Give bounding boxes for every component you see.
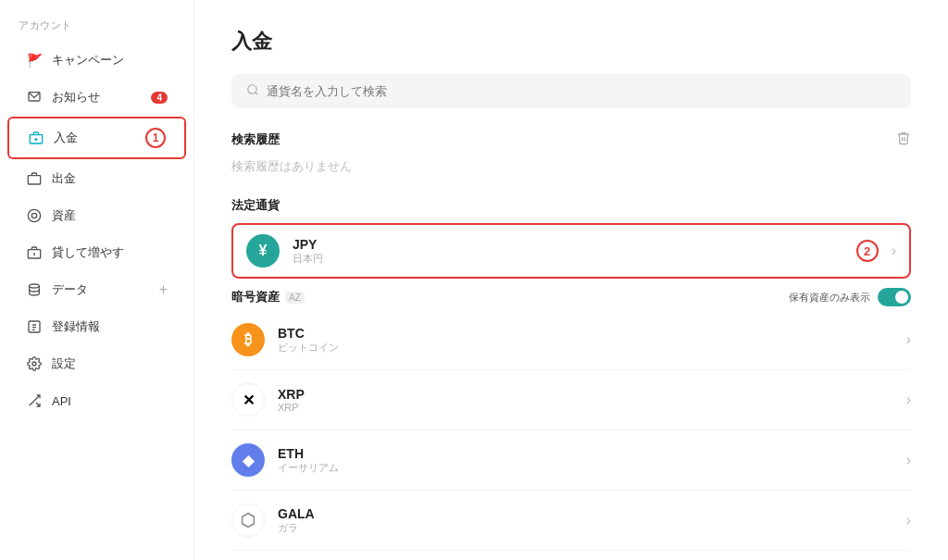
eth-info: ETH イーサリアム	[278, 446, 893, 475]
sidebar-item-label: データ	[52, 281, 150, 298]
jpy-icon: ¥	[246, 234, 280, 268]
sidebar-item-withdrawal[interactable]: 出金	[7, 161, 186, 196]
search-bar[interactable]	[231, 74, 911, 108]
xrp-name: XRP	[278, 402, 893, 413]
az-badge: AZ	[285, 292, 305, 304]
data-icon	[26, 281, 43, 298]
sidebar-item-label: 設定	[52, 355, 168, 372]
page-title: 入金	[231, 28, 911, 56]
sidebar: アカウント 🚩 キャンペーン お知らせ 4 入金 1 出金 資産	[0, 0, 194, 560]
gala-info: GALA ガラ	[278, 506, 893, 535]
sidebar-item-lending[interactable]: 貸して増やす	[7, 235, 186, 270]
chevron-right-icon: ›	[906, 452, 911, 468]
sidebar-item-label: 登録情報	[52, 318, 168, 335]
jpy-name: 日本円	[293, 252, 836, 266]
search-input[interactable]	[267, 84, 896, 98]
eth-name: イーサリアム	[278, 461, 893, 475]
api-icon	[26, 392, 43, 409]
crypto-currency-btc[interactable]: ₿ BTC ビットコイン ›	[231, 310, 911, 370]
sidebar-item-notifications[interactable]: お知らせ 4	[7, 80, 186, 115]
search-history-header: 検索履歴	[231, 131, 911, 149]
jpy-info: JPY 日本円	[293, 237, 836, 266]
xrp-icon: ✕	[231, 383, 265, 417]
svg-point-11	[32, 362, 36, 366]
withdrawal-icon	[26, 170, 43, 187]
svg-point-5	[28, 209, 40, 221]
search-history-empty: 検索履歴はありません	[231, 158, 911, 175]
chevron-right-icon: ›	[906, 331, 911, 348]
crypto-currency-xrp[interactable]: ✕ XRP XRP ›	[231, 370, 911, 430]
sidebar-item-label: 貸して増やす	[52, 244, 168, 261]
gala-code: GALA	[278, 506, 893, 521]
xrp-info: XRP XRP	[278, 387, 893, 413]
eth-code: ETH	[278, 446, 893, 461]
crypto-currency-eth[interactable]: ◆ ETH イーサリアム ›	[231, 430, 911, 491]
fiat-section-title: 法定通貨	[231, 197, 280, 214]
sidebar-item-label: キャンペーン	[52, 52, 168, 68]
campaign-icon: 🚩	[26, 52, 43, 68]
chevron-right-icon: ›	[906, 392, 911, 408]
sidebar-item-deposit[interactable]: 入金 1	[7, 117, 186, 159]
btc-info: BTC ビットコイン	[278, 326, 893, 355]
toggle-label: 保有資産のみ表示	[789, 288, 911, 306]
profile-icon	[26, 318, 43, 335]
fiat-section-header: 法定通貨	[231, 197, 911, 214]
step-indicator-1: 1	[145, 128, 166, 148]
btc-name: ビットコイン	[278, 341, 893, 355]
sidebar-item-profile[interactable]: 登録情報	[7, 309, 186, 344]
gala-name: ガラ	[278, 521, 893, 535]
eth-icon: ◆	[231, 443, 265, 477]
assets-icon	[26, 207, 43, 224]
jpy-code: JPY	[293, 237, 836, 252]
svg-marker-16	[243, 514, 255, 528]
sidebar-item-api[interactable]: API	[7, 383, 186, 418]
search-icon	[246, 83, 259, 99]
sidebar-item-assets[interactable]: 資産	[7, 198, 186, 233]
notification-badge: 4	[151, 92, 168, 104]
crypto-currency-gala[interactable]: GALA ガラ ›	[231, 491, 911, 551]
fiat-currency-jpy[interactable]: ¥ JPY 日本円 2 ›	[231, 223, 911, 279]
crypto-section-header: 暗号資産 AZ 保有資産のみ表示	[231, 288, 911, 306]
sidebar-item-campaign[interactable]: 🚩 キャンペーン	[7, 43, 186, 78]
search-history-title: 検索履歴	[231, 131, 280, 148]
sidebar-item-label: お知らせ	[52, 89, 142, 106]
gala-icon	[231, 504, 265, 537]
data-plus-icon[interactable]: +	[159, 281, 168, 298]
svg-line-15	[256, 93, 258, 95]
show-owned-toggle[interactable]	[878, 288, 911, 306]
svg-point-6	[31, 213, 36, 218]
deposit-icon	[28, 130, 44, 146]
main-content: 入金 検索履歴 検索履歴はありません 法定通貨 ¥ JPY 日本円 2 › 暗号…	[194, 0, 948, 560]
svg-point-14	[248, 85, 256, 93]
sidebar-item-settings[interactable]: 設定	[7, 346, 186, 381]
svg-point-9	[30, 284, 40, 288]
delete-history-icon[interactable]	[896, 131, 911, 149]
sidebar-section-label: アカウント	[0, 19, 193, 42]
settings-icon	[26, 355, 43, 372]
toggle-text: 保有資産のみ表示	[789, 291, 870, 305]
btc-icon: ₿	[231, 323, 265, 356]
btc-code: BTC	[278, 326, 893, 341]
chevron-right-icon: ›	[892, 243, 896, 259]
crypto-section-left: 暗号資産 AZ	[231, 289, 305, 305]
sidebar-item-label: 入金	[54, 130, 131, 146]
step-indicator-2: 2	[856, 240, 879, 262]
sidebar-item-label: 資産	[52, 207, 168, 224]
sidebar-item-data[interactable]: データ +	[7, 272, 186, 307]
crypto-section-title: 暗号資産	[231, 289, 280, 305]
lending-icon	[26, 244, 43, 261]
xrp-code: XRP	[278, 387, 893, 402]
notifications-icon	[26, 89, 43, 106]
sidebar-item-label: API	[52, 394, 168, 408]
svg-rect-4	[28, 176, 40, 184]
sidebar-item-label: 出金	[52, 170, 168, 187]
chevron-right-icon: ›	[906, 512, 911, 529]
